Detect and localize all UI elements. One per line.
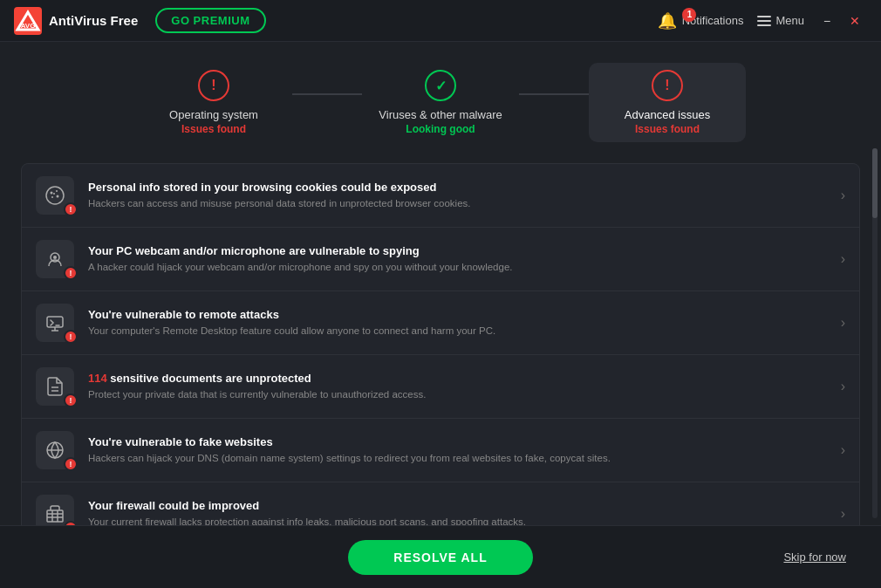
- resolve-all-button[interactable]: RESOLVE ALL: [348, 540, 532, 575]
- issue-dot-cookies: !: [64, 202, 78, 216]
- svg-rect-11: [47, 317, 63, 327]
- menu-button[interactable]: Menu: [757, 14, 804, 27]
- chevron-icon-cookies: ›: [841, 188, 845, 203]
- issue-title-web: You're vulnerable to fake websites: [88, 435, 834, 448]
- issue-title-firewall: Your firewall could be improved: [88, 499, 834, 512]
- svg-text:AVG: AVG: [21, 22, 36, 30]
- issue-dot-web: !: [64, 457, 78, 471]
- issue-text-docs: 114 sensitive documents are unprotected …: [88, 372, 834, 401]
- scrollbar-thumb[interactable]: [872, 148, 878, 218]
- step-2-icon: ✓: [425, 70, 456, 101]
- svg-point-4: [51, 192, 53, 195]
- issue-title-remote: You're vulnerable to remote attacks: [88, 308, 834, 321]
- step-3-status: Issues found: [635, 123, 700, 135]
- svg-point-8: [53, 193, 55, 195]
- chevron-icon-web: ›: [841, 442, 845, 458]
- logo-area: AVG AntiVirus Free GO PREMIUM: [14, 7, 658, 35]
- menu-icon: [757, 16, 771, 26]
- issue-desc-web: Hackers can hijack your DNS (domain name…: [88, 451, 834, 465]
- issue-icon-wrap-web: !: [36, 431, 74, 469]
- issues-list: ! Personal info stored in your browsing …: [21, 163, 860, 546]
- issue-text-web: You're vulnerable to fake websites Hacke…: [88, 435, 834, 465]
- step-3-title: Advanced issues: [625, 108, 710, 121]
- step-1-title: Operating system: [169, 108, 258, 121]
- step-2-status: Looking good: [406, 123, 475, 135]
- issue-icon-wrap-docs: !: [36, 367, 74, 406]
- issue-row-remote-attacks[interactable]: ! You're vulnerable to remote attacks Yo…: [22, 291, 859, 355]
- issue-dot-remote: !: [64, 330, 78, 344]
- issue-title-webcam: Your PC webcam and/or microphone are vul…: [88, 244, 834, 257]
- issue-icon-wrap-cookies: !: [36, 176, 74, 215]
- chevron-icon-firewall: ›: [841, 506, 845, 522]
- svg-rect-15: [47, 510, 63, 522]
- chevron-icon-webcam: ›: [841, 251, 845, 267]
- issue-desc-webcam: A hacker could hijack your webcam and/or…: [88, 260, 834, 274]
- chevron-icon-remote: ›: [841, 315, 845, 331]
- issue-row-webcam[interactable]: ! Your PC webcam and/or microphone are v…: [22, 228, 859, 291]
- docs-highlight-number: 114: [88, 372, 107, 385]
- step-1-icon: !: [198, 70, 229, 101]
- titlebar: AVG AntiVirus Free GO PREMIUM 🔔 1 Notifi…: [0, 0, 881, 42]
- step-operating-system[interactable]: ! Operating system Issues found: [135, 70, 292, 135]
- titlebar-right: 🔔 1 Notifications Menu − ✕: [658, 9, 867, 33]
- issue-row-cookies[interactable]: ! Personal info stored in your browsing …: [22, 164, 859, 228]
- step-connector-2: [519, 93, 589, 95]
- issue-dot-docs: !: [64, 393, 78, 407]
- issue-icon-wrap-remote: !: [36, 304, 74, 342]
- bottom-bar: RESOLVE ALL Skip for now: [0, 525, 881, 588]
- step-connector-1: [292, 93, 362, 95]
- notifications-area[interactable]: 🔔 1 Notifications: [658, 11, 744, 31]
- issue-text-remote: You're vulnerable to remote attacks Your…: [88, 308, 834, 338]
- issue-text-webcam: Your PC webcam and/or microphone are vul…: [88, 244, 834, 274]
- issue-title-docs: 114 sensitive documents are unprotected: [88, 372, 834, 385]
- step-2-title: Viruses & other malware: [379, 108, 502, 121]
- issue-icon-wrap-webcam: !: [36, 240, 74, 278]
- svg-point-6: [57, 195, 59, 198]
- minimize-button[interactable]: −: [815, 9, 839, 33]
- notifications-badge: 1: [682, 8, 696, 22]
- issue-dot-webcam: !: [64, 266, 78, 280]
- issue-title-cookies: Personal info stored in your browsing co…: [88, 181, 834, 194]
- go-premium-button[interactable]: GO PREMIUM: [155, 8, 265, 33]
- step-1-status: Issues found: [181, 123, 246, 135]
- scrollbar-track[interactable]: [872, 148, 878, 518]
- chevron-icon-docs: ›: [841, 379, 845, 394]
- issue-desc-docs: Protect your private data that is curren…: [88, 387, 834, 401]
- step-advanced-issues[interactable]: ! Advanced issues Issues found: [589, 63, 746, 142]
- issue-row-documents[interactable]: ! 114 sensitive documents are unprotecte…: [22, 355, 859, 419]
- skip-for-now-link[interactable]: Skip for now: [783, 550, 846, 564]
- bell-icon: 🔔: [658, 11, 677, 31]
- svg-point-3: [46, 187, 64, 204]
- issue-text-cookies: Personal info stored in your browsing co…: [88, 181, 834, 210]
- steps-progress: ! Operating system Issues found ✓ Viruse…: [0, 42, 881, 156]
- step-viruses-malware[interactable]: ✓ Viruses & other malware Looking good: [362, 70, 519, 135]
- svg-point-7: [51, 196, 53, 198]
- menu-label: Menu: [775, 14, 804, 27]
- issue-desc-cookies: Hackers can access and misuse personal d…: [88, 196, 834, 210]
- issue-title-docs-suffix: sensitive documents are unprotected: [107, 372, 311, 385]
- close-button[interactable]: ✕: [843, 9, 867, 33]
- app-name-label: AntiVirus Free: [49, 13, 138, 28]
- step-3-icon: !: [652, 70, 683, 101]
- issue-row-fake-websites[interactable]: ! You're vulnerable to fake websites Hac…: [22, 419, 859, 482]
- avg-logo-icon: AVG: [14, 7, 42, 35]
- svg-point-5: [56, 190, 58, 192]
- issue-desc-remote: Your computer's Remote Desktop feature c…: [88, 324, 834, 338]
- svg-point-10: [53, 256, 57, 259]
- issue-text-firewall: Your firewall could be improved Your cur…: [88, 499, 834, 529]
